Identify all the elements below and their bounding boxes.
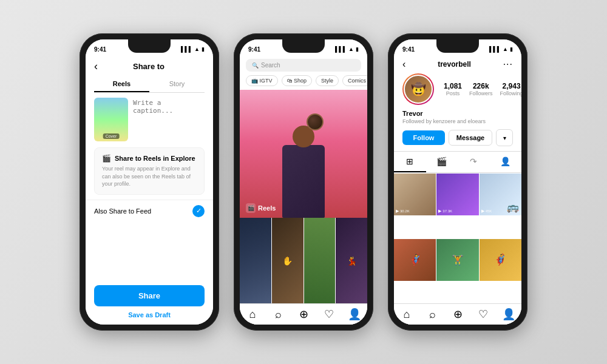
hero-reel[interactable]: 🎬 Reels: [240, 90, 367, 218]
profile-username: trevorbell: [438, 60, 471, 69]
share-reels-title: 🎬 Share to Reels in Explore: [102, 154, 197, 163]
explore-main: 🎬 Reels ✋ 💃: [240, 90, 367, 303]
share-reels-label: Share to Reels in Explore: [115, 155, 195, 162]
signal-icon-2: ▌▌▌: [335, 46, 347, 52]
notch-3: [436, 39, 479, 53]
share-button[interactable]: Share: [94, 285, 205, 306]
grid-item-p2[interactable]: ▶ 37.3K: [436, 174, 478, 215]
bottom-actions: Share Save as Draft: [86, 279, 213, 325]
display-name: Trevor: [394, 110, 521, 118]
profile-info-row: 🤠 1,081 Posts 226k Followers 2,943 Follo…: [394, 73, 521, 110]
back-button-3[interactable]: ‹: [402, 59, 405, 70]
reels-label: 🎬 Reels: [246, 203, 276, 213]
reels-grid: ✋ 💃: [240, 218, 367, 303]
status-icons-3: ▌▌▌ ▲ ▮: [489, 46, 513, 52]
status-icons-2: ▌▌▌ ▲ ▮: [335, 46, 359, 52]
grid-item-p4[interactable]: 🦸: [394, 239, 436, 281]
status-bar-2: 9:41 ▌▌▌ ▲ ▮: [240, 39, 367, 56]
view-count-1: ▶ 30.2K: [396, 209, 410, 214]
nav-profile-3[interactable]: 👤: [500, 308, 518, 321]
cat-style[interactable]: Style: [316, 75, 339, 86]
message-button[interactable]: Message: [449, 130, 492, 146]
figure: [282, 126, 325, 218]
phone-2: 9:41 ▌▌▌ ▲ ▮ 🔍 Search 📺 IGTV 🛍 Shop Styl…: [234, 33, 373, 331]
grid-item-p5[interactable]: 🏋️: [436, 239, 478, 281]
action-buttons: Follow Message ▾: [394, 129, 521, 151]
avatar-face: 🤠: [411, 82, 426, 96]
phone-3: 9:41 ▌▌▌ ▲ ▮ ‹ trevorbell ··· 🤠: [388, 33, 527, 331]
category-pills: 📺 IGTV 🛍 Shop Style Comics TV & Movie: [240, 75, 367, 90]
following-label: Following: [500, 90, 521, 96]
page-title: Share to: [103, 62, 195, 71]
battery-icon-2: ▮: [356, 46, 359, 52]
figure-body: [282, 145, 325, 218]
wifi-icon: ▲: [194, 46, 200, 52]
nav-search-3[interactable]: ⌕: [423, 308, 441, 321]
content-type-tabs: ⊞ 🎬 ↷ 👤: [394, 151, 521, 173]
share-reels-section: 🎬 Share to Reels in Explore Your reel ma…: [94, 147, 205, 195]
view-count-3: ▶ 45K: [481, 209, 492, 214]
profile-header: ‹ trevorbell ···: [394, 56, 521, 73]
battery-icon-3: ▮: [510, 46, 513, 52]
posts-label: Posts: [444, 90, 462, 96]
phone-1: 9:41 ▌▌▌ ▲ ▮ ‹ Share to Reels Story: [80, 33, 219, 331]
time-2: 9:41: [248, 46, 260, 53]
count-2: 37.3K: [443, 209, 452, 213]
tab-tagged[interactable]: ↷: [458, 152, 490, 172]
nav-search[interactable]: ⌕: [269, 308, 287, 321]
save-draft-button[interactable]: Save as Draft: [94, 311, 205, 318]
tab-reels[interactable]: 🎬: [426, 152, 458, 172]
notch-2: [282, 39, 325, 53]
wifi-icon-2: ▲: [348, 46, 354, 52]
cat-comics[interactable]: Comics: [342, 75, 367, 86]
play-icon-2: ▶: [438, 209, 441, 214]
followers-label: Followers: [469, 90, 493, 96]
wifi-icon-3: ▲: [503, 46, 508, 52]
nav-home-3[interactable]: ⌂: [398, 308, 416, 321]
grid-item-1[interactable]: [240, 218, 271, 303]
grid-item-p3[interactable]: 🚌 ▶ 45K: [480, 174, 521, 215]
play-icon-3: ▶: [481, 209, 484, 214]
dropdown-button[interactable]: ▾: [496, 129, 513, 146]
share-feed-toggle[interactable]: ✓: [192, 205, 205, 217]
share-reels-description: Your reel may appear in Explore and can …: [102, 165, 197, 188]
grid-item-2[interactable]: ✋: [272, 218, 304, 303]
tab-igtv[interactable]: 👤: [490, 152, 522, 172]
tab-story[interactable]: Story: [149, 76, 205, 92]
tab-grid[interactable]: ⊞: [394, 152, 426, 172]
nav-home[interactable]: ⌂: [243, 308, 262, 321]
search-field[interactable]: 🔍 Search: [246, 59, 361, 72]
followed-by-text: Followed by kenzoere and eloears: [394, 118, 521, 129]
followers-count: 226k: [469, 82, 493, 90]
caption-input[interactable]: [133, 98, 205, 141]
more-options-button[interactable]: ···: [503, 59, 513, 70]
nav-profile[interactable]: 👤: [345, 308, 364, 321]
cat-igtv[interactable]: 📺 IGTV: [246, 75, 278, 86]
following-stat[interactable]: 2,943 Following: [500, 82, 521, 96]
grid-item-4[interactable]: 💃: [336, 218, 367, 303]
search-bar: 🔍 Search: [240, 56, 367, 75]
profile-grid: ▶ 30.2K ▶ 37.3K 🚌 ▶ 45K: [394, 174, 521, 303]
nav-heart[interactable]: ♡: [320, 308, 338, 321]
status-bar-3: 9:41 ▌▌▌ ▲ ▮: [394, 39, 521, 56]
nav-heart-3[interactable]: ♡: [474, 308, 492, 321]
nav-add[interactable]: ⊕: [294, 308, 313, 321]
also-share-row: Also Share to Feed ✓: [86, 200, 213, 222]
explore-screen: 🔍 Search 📺 IGTV 🛍 Shop Style Comics TV &…: [240, 56, 367, 325]
cat-shop[interactable]: 🛍 Shop: [282, 75, 313, 86]
follow-button[interactable]: Follow: [402, 130, 445, 145]
grid-item-3[interactable]: [304, 218, 336, 303]
tab-reels[interactable]: Reels: [94, 76, 149, 92]
count-3: 45K: [486, 209, 492, 213]
time-3: 9:41: [402, 46, 415, 53]
followers-stat[interactable]: 226k Followers: [469, 82, 493, 96]
back-button[interactable]: ‹: [94, 60, 98, 73]
grid-item-p6[interactable]: 🦸‍♂️: [480, 239, 521, 281]
search-icon: 🔍: [252, 62, 259, 69]
nav-add-3[interactable]: ⊕: [449, 308, 467, 321]
profile-screen: ‹ trevorbell ··· 🤠 1,081 Posts 226k: [394, 56, 521, 325]
time-1: 9:41: [94, 46, 106, 53]
status-icons-1: ▌▌▌ ▲ ▮: [181, 46, 205, 52]
grid-item-p1[interactable]: ▶ 30.2K: [394, 174, 436, 215]
spacer: [86, 222, 213, 279]
